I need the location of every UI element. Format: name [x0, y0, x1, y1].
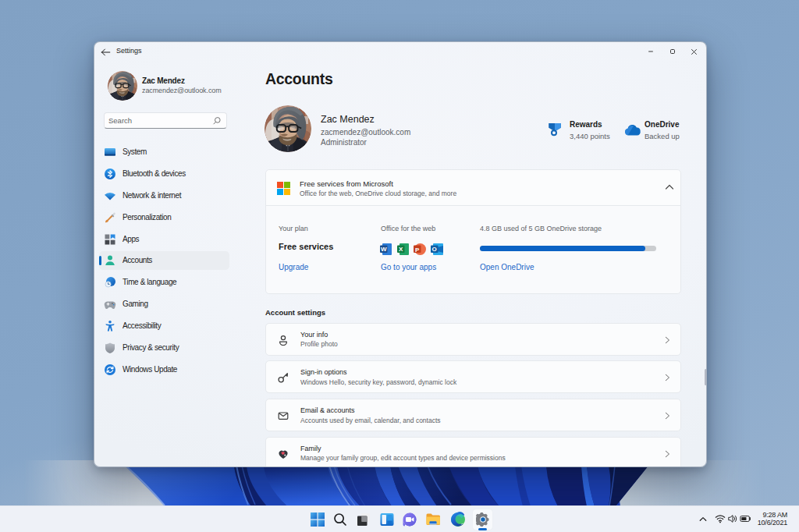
- svg-text:P: P: [415, 246, 420, 254]
- svg-text:X: X: [399, 246, 403, 253]
- svg-text:W: W: [381, 246, 387, 253]
- svg-text:O: O: [432, 246, 437, 253]
